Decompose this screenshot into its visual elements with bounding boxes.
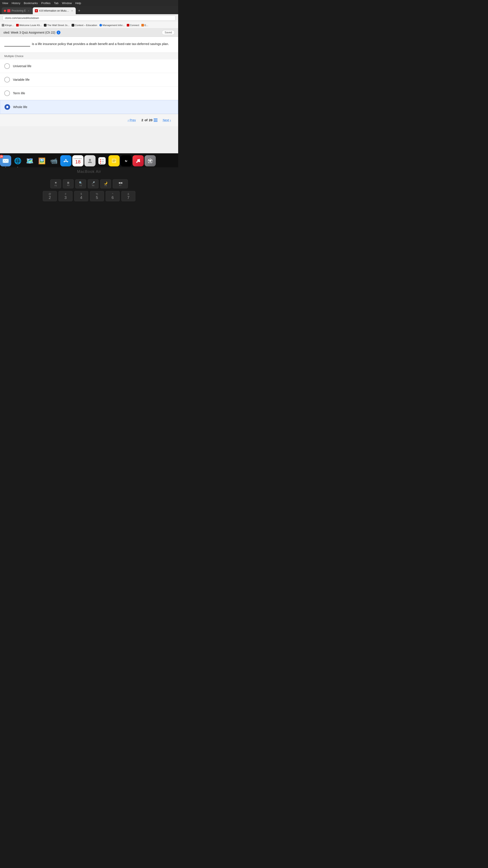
prev-button[interactable]: ‹ Prev [125, 117, 139, 123]
info-icon[interactable]: i [57, 31, 61, 34]
key-4-symbol: $ [80, 192, 82, 195]
key-f3[interactable]: ⊞ F3 [63, 179, 73, 188]
key-5-symbol: % [96, 192, 98, 195]
bookmark-wsj[interactable]: W The Wall Street Jo... [44, 24, 69, 27]
radio-variable-life[interactable] [4, 77, 10, 83]
menu-profiles[interactable]: Profiles [41, 1, 51, 5]
key-5-num: 5 [96, 195, 98, 200]
f6-symbol: 🌙 [104, 181, 107, 185]
chrome-dot [17, 167, 18, 167]
tab-close-mutual[interactable]: × [71, 9, 73, 12]
key-7[interactable]: & 7 [121, 191, 135, 201]
radio-whole-life[interactable] [4, 104, 10, 110]
choice-variable-life[interactable]: Variable life [0, 73, 178, 87]
f5-label: F5 [92, 185, 94, 187]
bookmark-klinge[interactable]: Klinge... [2, 24, 14, 27]
menu-tab[interactable]: Tab [54, 1, 59, 5]
svg-rect-15 [150, 158, 151, 160]
grid-view-icon[interactable] [154, 118, 157, 122]
key-6-num: 6 [111, 195, 113, 200]
svg-point-6 [100, 163, 101, 164]
dock: ✉️ 29 🌐 🗺️ 🖼️ 📹 calendar 18 [0, 153, 178, 167]
tab-favicon-proctoring [7, 9, 10, 12]
key-6-symbol: ^ [112, 192, 113, 195]
key-4[interactable]: $ 4 [74, 191, 88, 201]
macbook-label: MacBook Air [0, 167, 178, 175]
next-button[interactable]: Next › [160, 117, 174, 123]
choice-whole-life[interactable]: Whole life [0, 100, 178, 114]
choice-label-term-life: Term life [13, 91, 25, 95]
bookmark-connect[interactable]: Connect [127, 24, 139, 27]
key-f7[interactable]: ◀◀ F7 [113, 179, 128, 188]
dock-mail[interactable]: ✉️ 29 [0, 155, 11, 166]
key-f6[interactable]: 🌙 F6 [100, 179, 111, 188]
next-arrow-icon: › [170, 118, 171, 122]
tab-mutual-fund[interactable]: E 4.8 Information on Mutual Fu × [33, 7, 76, 14]
dock-facetime[interactable]: 📹 [48, 155, 59, 166]
bookmarks-bar: Klinge... Welcome Louie Kli... W The Wal… [0, 22, 178, 28]
fn-key-row: ☀ F2 ⊞ F3 🔍 F4 🎤 F5 🌙 F6 ◀◀ F7 [2, 179, 176, 188]
nav-footer: ‹ Prev 2 of 20 Next › [0, 114, 178, 126]
key-6[interactable]: ^ 6 [106, 191, 120, 201]
key-2-symbol: @ [48, 192, 51, 195]
svg-point-4 [100, 161, 101, 162]
svg-point-12 [136, 161, 137, 163]
dock-chrome[interactable]: 🌐 [12, 155, 23, 166]
choice-universal-life[interactable]: Universal life [0, 59, 178, 73]
menu-view[interactable]: View [2, 1, 8, 5]
bookmark-extra[interactable]: E... [141, 24, 148, 27]
dock-notes[interactable] [108, 155, 120, 166]
choice-term-life[interactable]: Term life [0, 87, 178, 100]
menu-window[interactable]: Window [62, 1, 72, 5]
saved-badge: Saved [162, 30, 175, 35]
quiz-title-text: oled: Week 3 Quiz Assignment (Ch 22) [3, 31, 55, 34]
grid-dot [154, 121, 155, 122]
svg-rect-22 [151, 159, 152, 160]
svg-point-0 [89, 159, 91, 161]
dock-appstore[interactable] [60, 155, 71, 166]
bookmark-context[interactable]: W Context – Education [72, 24, 97, 27]
question-text: is a life insurance policy that provides… [4, 41, 174, 46]
key-f5[interactable]: 🎤 F5 [88, 179, 99, 188]
dock-reminders[interactable] [96, 155, 107, 166]
radio-universal-life[interactable] [4, 63, 10, 69]
menu-bookmarks[interactable]: Bookmarks [24, 1, 38, 5]
quiz-header: oled: Week 3 Quiz Assignment (Ch 22) i S… [0, 28, 178, 37]
dock-calendar[interactable]: calendar 18 [72, 155, 84, 166]
bookmark-mgmt[interactable]: Management Infor... [99, 24, 125, 27]
key-5[interactable]: % 5 [90, 191, 104, 201]
tab-add-button[interactable]: + [76, 8, 82, 14]
key-f4[interactable]: 🔍 F4 [75, 179, 86, 188]
menu-history[interactable]: History [11, 1, 20, 5]
grid-dot [155, 118, 156, 119]
dock-music[interactable] [133, 155, 144, 166]
bookmark-favicon-welcome [16, 24, 19, 27]
tv-label: tv [125, 159, 127, 162]
dock-photos[interactable]: 🖼️ [36, 155, 47, 166]
address-input[interactable] [3, 16, 175, 21]
key-7-symbol: & [127, 192, 129, 195]
key-f2[interactable]: ☀ F2 [51, 179, 61, 188]
svg-point-2 [100, 159, 101, 160]
calendar-day: 18 [75, 159, 80, 164]
grid-dot [155, 121, 156, 122]
tab-close-proctoring[interactable]: × [27, 9, 30, 12]
menu-help[interactable]: Help [75, 1, 81, 5]
dock-maps[interactable]: 🗺️ [24, 155, 35, 166]
key-7-num: 7 [127, 195, 129, 200]
bookmark-welcome[interactable]: Welcome Louie Kli... [16, 24, 42, 27]
svg-rect-10 [112, 161, 116, 161]
of-label: of [144, 118, 148, 122]
bookmark-favicon-wsj: W [44, 24, 46, 27]
key-2[interactable]: @ 2 [43, 191, 57, 201]
tab-proctoring[interactable]: Proctoring E × [2, 7, 32, 14]
key-3-num: 3 [64, 195, 66, 200]
dock-appletv[interactable]: tv [121, 155, 132, 166]
f3-label: F3 [67, 184, 69, 186]
dock-system-prefs[interactable] [144, 155, 156, 166]
f7-symbol: ◀◀ [118, 181, 122, 184]
key-3[interactable]: # 3 [59, 191, 72, 201]
dock-contacts[interactable] [84, 155, 96, 166]
page-indicator: 2 of 20 [141, 118, 157, 122]
radio-term-life[interactable] [4, 90, 10, 96]
